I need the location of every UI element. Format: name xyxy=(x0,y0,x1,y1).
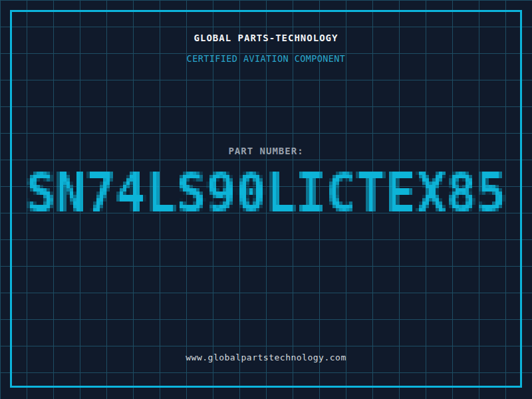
website-url: www.globalpartstechnology.com xyxy=(0,352,532,362)
brand-title: GLOBAL PARTS-TECHNOLOGY xyxy=(0,33,532,43)
part-number-text: SN74LS90LICTEX85 xyxy=(0,0,1,1)
certification-subtitle: CERTIFIED AVIATION COMPONENT xyxy=(0,53,532,64)
blueprint-background: { "colors": { "background": "#101a2b", "… xyxy=(0,0,532,399)
part-number-label: PART NUMBER: xyxy=(0,146,532,156)
part-number-display xyxy=(13,172,519,225)
